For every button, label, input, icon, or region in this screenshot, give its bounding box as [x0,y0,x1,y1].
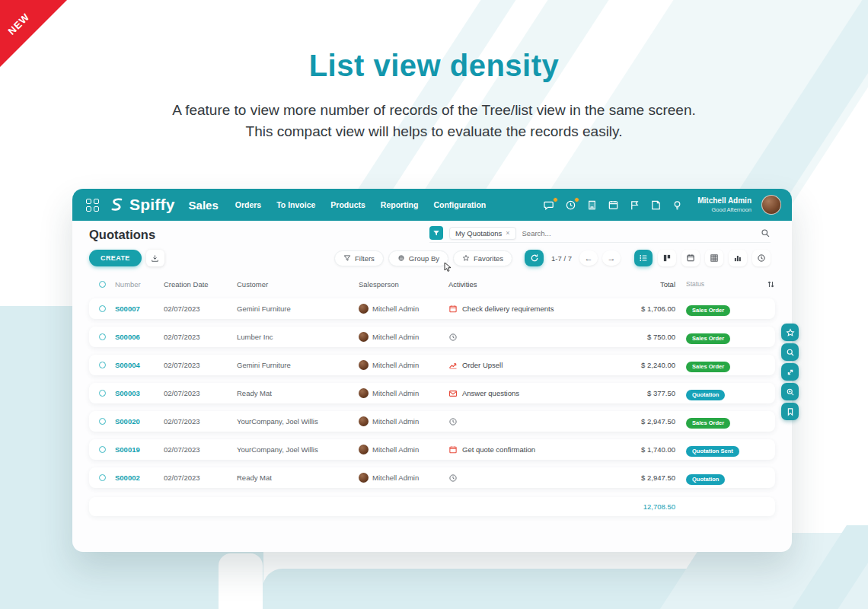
table-row[interactable]: S00007 02/07/2023 Gemini Furniture Mitch… [89,298,775,319]
total-amount: $ 1,706.00 [592,304,675,313]
activity-cell[interactable] [448,473,592,483]
table-footer: 12,708.50 [89,497,775,516]
menu-products[interactable]: Products [330,200,365,209]
row-select-circle[interactable] [99,446,106,453]
clock-icon[interactable] [565,199,576,211]
module-sales[interactable]: Sales [189,199,219,212]
row-select-circle[interactable] [99,362,106,368]
user-avatar[interactable] [761,195,781,215]
activity-cell[interactable] [448,333,592,342]
star-icon[interactable] [781,324,799,341]
menu-configuration[interactable]: Configuration [433,200,486,209]
activity-cell[interactable] [448,417,592,426]
row-select-circle[interactable] [99,418,106,425]
customer: Ready Mat [237,473,359,482]
col-activities[interactable]: Activities [448,280,592,289]
col-customer[interactable]: Customer [237,280,359,289]
pager-next-button[interactable]: → [602,250,621,266]
table-header: Number Creation Date Customer Salesperso… [89,277,775,291]
group-by-button[interactable]: Group By [388,250,448,266]
bulb-icon[interactable] [672,199,683,211]
row-select-circle[interactable] [99,333,106,340]
refresh-button[interactable] [525,250,544,266]
table-row[interactable]: S00006 02/07/2023 Lumber Inc Mitchell Ad… [89,327,775,347]
search-facet[interactable]: My Quotations × [449,227,516,240]
quotation-number[interactable]: S00002 [115,473,164,482]
favorites-button[interactable]: Favorites [453,250,512,266]
chat-icon[interactable] [544,199,555,211]
zoom-in-icon[interactable] [781,383,799,400]
table-row[interactable]: S00004 02/07/2023 Gemini Furniture Mitch… [89,355,775,375]
total-amount: $ 750.00 [592,333,675,341]
activity-cell[interactable]: Get quote confirmation [448,445,592,454]
page-title: List view density [0,49,868,83]
activity-cell[interactable]: Order Upsell [448,361,592,370]
table-row[interactable]: S00003 02/07/2023 Ready Mat Mitchell Adm… [89,383,775,403]
filters-button[interactable]: Filters [334,250,384,266]
chat-badge [553,197,558,202]
spiffy-logo[interactable]: Spiffy [107,195,175,215]
menu-reporting[interactable]: Reporting [381,200,419,209]
quotation-number[interactable]: S00019 [115,445,164,454]
row-select-circle[interactable] [99,390,106,397]
note-icon[interactable] [650,199,662,211]
calendar-icon [448,445,458,454]
menu-to-invoice[interactable]: To Invoice [276,200,315,209]
kanban-view-icon[interactable] [658,250,676,266]
salesperson-avatar [359,360,369,370]
bookmark-icon[interactable] [781,403,799,420]
search-icon[interactable] [781,343,799,361]
building-icon[interactable] [586,199,598,211]
search-icon[interactable] [761,228,771,238]
total-amount: $ 2,240.00 [592,361,675,369]
quotation-number[interactable]: S00004 [115,361,164,369]
menu-orders[interactable]: Orders [235,200,261,209]
calendar-view-icon[interactable] [681,250,700,266]
creation-date: 02/07/2023 [164,333,237,341]
activity-view-icon[interactable] [752,250,771,266]
table-row[interactable]: S00002 02/07/2023 Ready Mat Mitchell Adm… [89,467,775,488]
salesperson: Mitchell Admin [372,445,419,454]
optional-columns-icon[interactable] [755,280,775,289]
create-button[interactable]: CREATE [89,250,142,266]
salesperson: Mitchell Admin [372,473,419,482]
total-amount: $ 2,947.50 [592,417,675,426]
footer-total: 12,708.50 [592,502,675,511]
col-creation-date[interactable]: Creation Date [164,280,237,289]
row-select-circle[interactable] [99,474,106,481]
funnel-icon [343,254,351,262]
user-menu[interactable]: Mitchell Admin Good Afternoon [697,196,752,213]
activity-cell[interactable]: Answer questions [448,389,592,398]
search-bar[interactable]: My Quotations × [429,226,771,243]
facet-remove-icon[interactable]: × [506,229,509,237]
pivot-view-icon[interactable] [705,250,723,266]
expand-icon[interactable] [781,363,799,381]
col-salesperson[interactable]: Salesperson [359,280,448,289]
quotation-number[interactable]: S00006 [115,333,164,341]
quotation-number[interactable]: S00003 [115,389,164,397]
quotation-number[interactable]: S00020 [115,417,164,426]
table-row[interactable]: S00020 02/07/2023 YourCompany, Joel Will… [89,411,775,432]
search-input[interactable] [522,229,755,238]
salesperson-avatar [359,445,369,454]
export-button[interactable] [146,250,164,266]
pager-prev-button[interactable]: ← [579,250,598,266]
table-row[interactable]: S00019 02/07/2023 YourCompany, Joel Will… [89,439,775,460]
flag-icon[interactable] [629,199,640,211]
apps-grid-icon[interactable] [86,199,99,212]
activity-cell[interactable]: Check delivery requirements [448,304,592,314]
quotation-number[interactable]: S00007 [115,304,164,313]
col-total[interactable]: Total [592,280,675,289]
list-view-icon[interactable] [634,250,653,266]
select-all-circle[interactable] [99,281,106,288]
status-badge: Sales Order [686,333,730,344]
salesperson-avatar [359,473,369,483]
col-number[interactable]: Number [115,280,164,289]
graph-view-icon[interactable] [729,250,747,266]
calendar-icon[interactable] [608,199,619,211]
row-select-circle[interactable] [99,305,106,312]
filter-funnel-icon [429,226,443,240]
col-status[interactable]: Status [675,280,755,288]
mouse-cursor [444,262,452,273]
total-amount: $ 2,947.50 [592,473,675,482]
